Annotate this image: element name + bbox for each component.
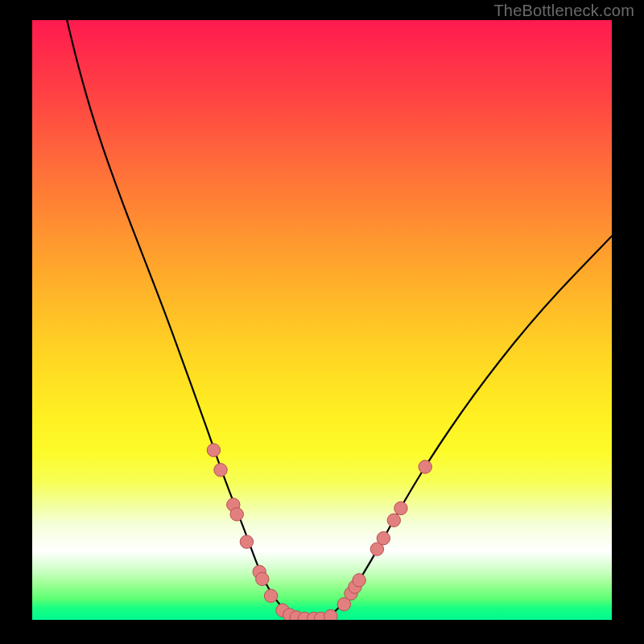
curve-marker: [419, 460, 431, 473]
curve-marker: [377, 532, 390, 545]
curve-marker: [353, 574, 365, 587]
curve-markers: [207, 444, 431, 620]
curve-marker: [240, 535, 253, 548]
bottleneck-curve: [67, 20, 612, 619]
curve-marker: [256, 572, 269, 585]
curve-marker: [207, 444, 220, 456]
chart-stage: TheBottleneck.com: [0, 0, 644, 644]
watermark-text: TheBottleneck.com: [493, 2, 634, 20]
curve-marker: [324, 609, 337, 620]
curve-marker: [387, 514, 400, 526]
curve-layer: [32, 20, 612, 620]
curve-marker: [394, 502, 407, 514]
curve-marker: [264, 589, 277, 602]
plot-area: [32, 20, 612, 620]
curve-marker: [230, 508, 243, 521]
curve-marker: [214, 464, 227, 477]
